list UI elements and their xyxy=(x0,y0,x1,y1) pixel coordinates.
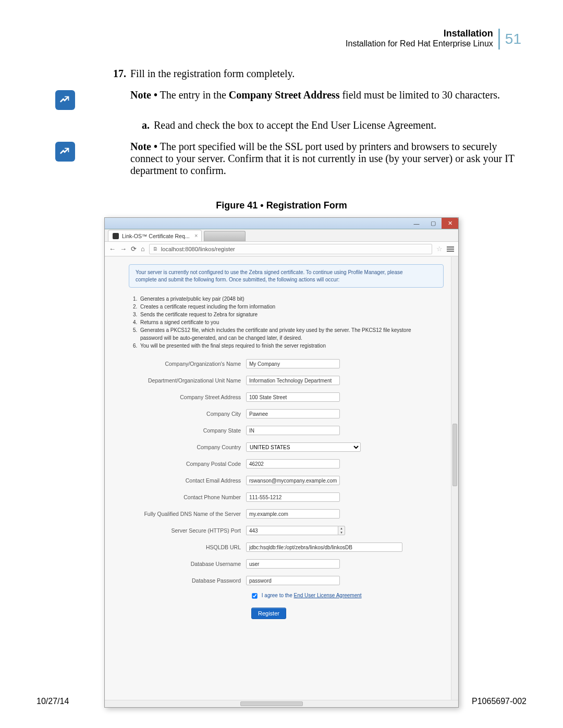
note-street-address: Note • The entry in the Company Street A… xyxy=(36,89,527,110)
page-number: 51 xyxy=(505,29,521,50)
note-label: Note • xyxy=(130,141,157,152)
label-postal: Company Postal Code xyxy=(129,461,246,467)
home-icon[interactable]: ⌂ xyxy=(141,245,145,253)
input-org-name[interactable] xyxy=(246,359,340,368)
window-minimize-button[interactable]: — xyxy=(408,218,425,229)
input-port[interactable] xyxy=(246,526,338,535)
label-street: Company Street Address xyxy=(129,394,246,400)
window-maximize-button[interactable]: ▢ xyxy=(425,218,442,229)
header-subtitle: Installation for Red Hat Enterprise Linu… xyxy=(346,39,493,48)
window-titlebar: — ▢ ✕ xyxy=(105,218,458,229)
tab-close-icon[interactable]: × xyxy=(194,232,198,239)
substep-text: Read and check the box to accept the End… xyxy=(154,119,527,131)
input-state[interactable] xyxy=(246,426,340,435)
input-postal[interactable] xyxy=(246,459,340,468)
input-street[interactable] xyxy=(246,392,340,402)
label-phone: Contact Phone Number xyxy=(129,494,246,500)
header-title: Installation xyxy=(346,29,493,39)
label-state: Company State xyxy=(129,427,246,434)
eula-link[interactable]: End User License Agreement xyxy=(294,593,362,598)
registration-screenshot: — ▢ ✕ Link-OS™ Certificate Req... × ← → … xyxy=(104,217,459,708)
label-hsqldb: HSQLDB URL xyxy=(129,544,246,550)
page-icon: 🗎 xyxy=(153,246,158,252)
header-divider xyxy=(498,29,500,50)
registration-form: Company/Organization's Name Department/O… xyxy=(129,359,444,619)
input-phone[interactable] xyxy=(246,492,340,502)
step-number: 17. xyxy=(94,68,130,80)
address-bar[interactable]: 🗎 localhost:8080/linkos/register xyxy=(149,244,432,254)
page-header: Installation Installation for Red Hat En… xyxy=(36,29,527,50)
input-email[interactable] xyxy=(246,476,340,485)
label-city: Company City xyxy=(129,411,246,417)
note-icon xyxy=(55,142,75,162)
input-db-user[interactable] xyxy=(246,559,340,569)
tab-title: Link-OS™ Certificate Req... xyxy=(122,233,190,239)
label-email: Contact Email Address xyxy=(129,477,246,484)
note-ssl-port: Note • The port specified will be the SS… xyxy=(36,141,527,177)
label-org-name: Company/Organization's Name xyxy=(129,361,246,367)
page-footer: 10/27/14 P1065697-002 xyxy=(36,697,527,706)
reload-icon[interactable]: ⟳ xyxy=(131,245,137,253)
port-spinner[interactable]: ▲▼ xyxy=(338,526,345,535)
input-hsqldb[interactable] xyxy=(246,542,402,552)
back-icon[interactable]: ← xyxy=(109,245,116,253)
input-fqdn[interactable] xyxy=(246,509,340,519)
new-tab-button[interactable] xyxy=(204,231,246,241)
substep-letter: a. xyxy=(130,119,154,131)
figure-caption: Figure 41 • Registration Form xyxy=(36,200,527,211)
step-17: 17. Fill in the registration form comple… xyxy=(36,68,527,80)
menu-icon[interactable] xyxy=(447,246,454,252)
label-db-pass: Database Password xyxy=(129,577,246,584)
input-city[interactable] xyxy=(246,409,340,418)
label-db-user: Database Username xyxy=(129,561,246,567)
note-label: Note • xyxy=(130,89,157,101)
substep-a: a. Read and check the box to accept the … xyxy=(36,119,527,131)
window-close-button[interactable]: ✕ xyxy=(442,218,458,229)
label-fqdn: Fully Qualified DNS Name of the Server xyxy=(129,511,246,517)
bookmark-icon[interactable]: ☆ xyxy=(436,245,443,253)
info-banner: Your server is currently not configured … xyxy=(129,264,444,288)
forward-icon[interactable]: → xyxy=(120,245,127,253)
label-dept: Department/Organizational Unit Name xyxy=(129,377,246,384)
step-text: Fill in the registration form completely… xyxy=(130,68,527,80)
footer-doc-id: P1065697-002 xyxy=(472,697,527,706)
url-text: localhost:8080/linkos/register xyxy=(161,246,235,252)
input-db-pass[interactable] xyxy=(246,576,340,585)
browser-tab-strip: Link-OS™ Certificate Req... × xyxy=(105,229,458,242)
select-country[interactable]: UNITED STATES xyxy=(246,442,361,452)
tab-favicon xyxy=(113,233,119,239)
note-icon xyxy=(55,90,75,110)
page-viewport: Your server is currently not configured … xyxy=(105,256,458,707)
label-port: Server Secure (HTTPS) Port xyxy=(129,527,246,534)
input-dept[interactable] xyxy=(246,376,340,385)
register-button[interactable]: Register xyxy=(251,608,286,619)
action-list: 1.Generates a private/public key pair (2… xyxy=(133,295,444,350)
browser-tab[interactable]: Link-OS™ Certificate Req... × xyxy=(108,230,202,241)
eula-checkbox[interactable] xyxy=(252,593,257,598)
footer-date: 10/27/14 xyxy=(36,697,69,706)
eula-row: I agree to the End User License Agreemen… xyxy=(251,593,444,599)
label-country: Company Country xyxy=(129,444,246,450)
vertical-scrollbar[interactable] xyxy=(451,257,458,700)
browser-toolbar: ← → ⟳ ⌂ 🗎 localhost:8080/linkos/register… xyxy=(105,242,458,256)
